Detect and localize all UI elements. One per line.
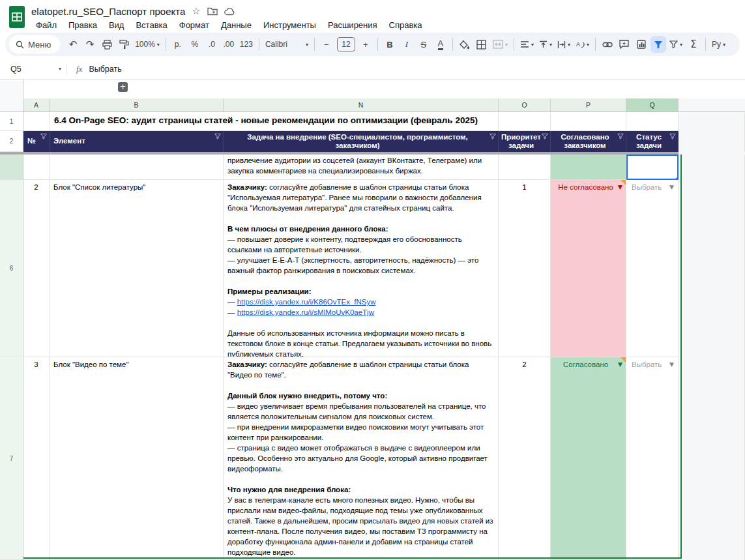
col-header-B[interactable]: B <box>50 98 224 112</box>
strikethrough-button[interactable]: S <box>416 36 431 53</box>
header-cell-no[interactable]: № <box>23 131 50 152</box>
approved-dropdown[interactable]: Согласовано▼ <box>551 357 626 370</box>
row-header-1[interactable]: 1 <box>0 112 23 131</box>
cell-approved[interactable]: Не согласовано▼ <box>551 180 626 357</box>
filter-icon[interactable] <box>214 134 221 140</box>
cell-A1[interactable] <box>23 112 50 131</box>
menu-file[interactable]: Файл <box>31 20 61 31</box>
cell-status[interactable]: Выбрать▼ <box>626 357 679 560</box>
yandex-disk-link[interactable]: https://disk.yandex.ru/i/K86OvTEx_fNSyw <box>237 298 376 306</box>
fill-color-button[interactable] <box>457 36 473 53</box>
undo-button[interactable]: ↶ <box>65 36 81 53</box>
input-tools-button[interactable]: Ру▾ <box>710 36 727 53</box>
filter-icon[interactable] <box>542 134 548 140</box>
cell-B5[interactable] <box>50 155 224 180</box>
text-color-button[interactable]: A <box>438 39 444 50</box>
cloud-status-icon[interactable] <box>224 7 235 16</box>
increase-decimal-button[interactable]: .00 <box>221 36 237 53</box>
horizontal-align-button[interactable]: ▾ <box>518 36 536 53</box>
cell-O1[interactable] <box>499 112 551 131</box>
row-header-2[interactable]: 2 <box>0 131 23 152</box>
header-cell-approved[interactable]: Согласовано заказчиком <box>551 131 626 152</box>
formula-input[interactable]: Выбрать <box>89 65 121 74</box>
borders-button[interactable] <box>474 36 489 53</box>
bold-button[interactable]: B <box>382 36 398 53</box>
chevron-down-icon[interactable]: ▼ <box>669 182 674 192</box>
fill-handle[interactable] <box>675 177 679 180</box>
redo-button[interactable]: ↷ <box>82 36 98 53</box>
header-cell-status[interactable]: Статус задачи <box>626 131 679 152</box>
font-size-increase-button[interactable]: + <box>358 36 373 53</box>
col-header-P[interactable]: P <box>551 98 626 112</box>
filter-icon[interactable] <box>489 134 496 140</box>
select-all-corner[interactable] <box>0 98 23 112</box>
filter-button[interactable] <box>650 36 666 53</box>
header-cell-priority[interactable]: Приоритет задачи <box>499 131 551 152</box>
filter-views-button[interactable]: ▾ <box>667 36 684 53</box>
number-format-button[interactable]: 123 <box>238 36 255 53</box>
cell-status[interactable]: Выбрать▼ <box>626 180 679 357</box>
menu-edit[interactable]: Правка <box>64 20 102 31</box>
insert-chart-button[interactable] <box>634 36 649 53</box>
cell-P5[interactable] <box>551 155 626 180</box>
cell-element[interactable]: Блок "Видео по теме" <box>50 357 224 560</box>
col-header-Q[interactable]: Q <box>626 98 679 112</box>
move-folder-icon[interactable] <box>207 7 218 16</box>
yandex-disk-link[interactable]: https://disk.yandex.ru/i/sMlMoUvK0aeTjw <box>237 308 374 316</box>
menu-format[interactable]: Формат <box>175 20 214 31</box>
cell-task[interactable]: Заказчику: согласуйте добавление в шабло… <box>224 357 499 560</box>
italic-button[interactable]: I <box>399 36 415 53</box>
header-cell-task[interactable]: Задача на внедрение (SEO-специалистом, п… <box>224 131 499 152</box>
status-dropdown[interactable]: Выбрать▼ <box>626 180 678 192</box>
cell-no[interactable]: 3 <box>23 357 50 560</box>
approved-dropdown[interactable]: Не согласовано▼ <box>551 180 626 192</box>
document-title[interactable]: elatopet.ru_SEO_Паспорт проекта <box>31 6 185 17</box>
star-icon[interactable]: ☆ <box>192 5 200 17</box>
cell-no[interactable]: 2 <box>23 180 50 357</box>
cell-element[interactable]: Блок "Список литературы" <box>50 180 224 357</box>
cell-A5[interactable] <box>23 155 50 180</box>
filter-icon[interactable] <box>40 134 47 140</box>
row-header-7[interactable]: 7 <box>0 357 23 560</box>
font-size-input[interactable]: 12 <box>337 37 355 52</box>
cell-priority[interactable]: 2 <box>499 357 551 560</box>
insert-link-button[interactable] <box>600 36 615 53</box>
print-button[interactable] <box>99 36 115 53</box>
cell-P1[interactable] <box>551 112 626 131</box>
chevron-down-icon[interactable]: ▼ <box>669 359 674 370</box>
currency-format-button[interactable]: р. <box>170 36 186 53</box>
expand-columns-button[interactable]: + <box>118 82 128 92</box>
toolbar-search[interactable]: Меню <box>9 35 60 53</box>
cell-priority[interactable]: 1 <box>499 180 551 357</box>
menu-data[interactable]: Данные <box>216 20 256 31</box>
menu-tools[interactable]: Инструменты <box>259 20 321 31</box>
row-header-5[interactable] <box>0 155 23 180</box>
filter-icon[interactable] <box>617 134 624 140</box>
functions-button[interactable]: Σ <box>686 36 701 53</box>
menu-extensions[interactable]: Расширения <box>323 20 382 31</box>
cell-N5[interactable]: привлечение аудитории из соцсетей (аккау… <box>224 155 499 180</box>
status-dropdown[interactable]: Выбрать▼ <box>626 357 678 370</box>
filter-icon[interactable] <box>669 134 676 140</box>
cell-O5[interactable] <box>499 155 551 180</box>
text-wrap-button[interactable]: ▾ <box>555 36 572 53</box>
zoom-select[interactable]: 100%▾ <box>133 36 162 53</box>
cell-Q1[interactable] <box>626 112 679 131</box>
insert-comment-button[interactable] <box>617 36 632 53</box>
menu-insert[interactable]: Вставка <box>131 20 171 31</box>
vertical-align-button[interactable]: ▾ <box>537 36 554 53</box>
paint-format-button[interactable] <box>116 36 132 53</box>
col-header-A[interactable]: A <box>23 98 50 112</box>
cell-approved[interactable]: Согласовано▼ <box>551 357 626 560</box>
font-size-decrease-button[interactable]: − <box>319 36 334 53</box>
name-box[interactable]: Q5▾ <box>0 65 66 74</box>
row-header-6[interactable]: 6 <box>0 180 23 357</box>
cell-task[interactable]: Заказчику: согласуйте добавление в шабло… <box>224 180 499 357</box>
menu-help[interactable]: Справка <box>385 20 427 31</box>
menu-view[interactable]: Вид <box>104 20 129 31</box>
font-select[interactable]: Calibri▾ <box>263 36 310 53</box>
cell-Q5-selected[interactable] <box>626 155 679 180</box>
decrease-decimal-button[interactable]: .0 <box>204 36 220 53</box>
text-rotation-button[interactable]: A ▾ <box>574 36 591 53</box>
percent-format-button[interactable]: % <box>187 36 203 53</box>
